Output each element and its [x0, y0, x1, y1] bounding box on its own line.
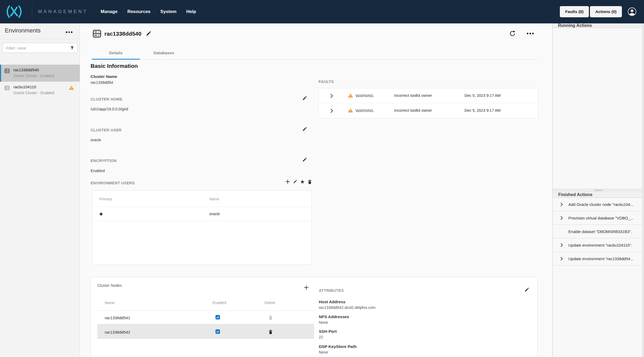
finished-action-row[interactable]: Add Oracle cluster node "ractiu104... — [553, 198, 644, 211]
encryption-value: Enabled — [91, 169, 105, 173]
finished-action-label: Add Oracle cluster node "ractiu104... — [568, 202, 634, 207]
fault-severity: WARNING — [356, 94, 373, 98]
fault-title: Incorrect toolkit owner — [394, 108, 432, 113]
fault-severity: WARNING — [356, 109, 373, 113]
nav-system[interactable]: System — [160, 9, 176, 14]
add-user-icon[interactable] — [285, 179, 290, 184]
edit-cluster-home-icon[interactable] — [302, 96, 307, 101]
environment-list: rac1338dd540 Oracle Cluster - Enabled ra… — [0, 65, 80, 99]
nfs-addresses-value: None — [319, 320, 328, 325]
encryption-label: ENCRYPTION — [91, 159, 117, 163]
environment-title-icon — [93, 30, 101, 38]
nav-manage[interactable]: Manage — [101, 9, 117, 14]
nodes-col-name: Name — [105, 301, 115, 305]
cluster-nodes-card: Cluster Nodes Name Enabled Delete rac133… — [91, 277, 537, 357]
edit-title-icon[interactable] — [146, 31, 151, 36]
ssh-port-label: SSH Port — [319, 329, 337, 334]
actions-panel: Running Actions Finished Actions Add Ora… — [552, 23, 644, 357]
expand-chevron-icon[interactable] — [560, 202, 563, 206]
more-options-icon[interactable] — [527, 33, 534, 34]
nav-help[interactable]: Help — [186, 9, 196, 14]
cluster-home-value: /u01/app/19.0.0.0/grid — [91, 107, 128, 111]
refresh-icon[interactable] — [509, 30, 516, 37]
expand-chevron-icon[interactable] — [330, 94, 333, 98]
environments-sidebar: Environments rac1338dd540 Oracle Cluster… — [0, 23, 80, 357]
nodes-col-enabled: Enabled — [213, 301, 226, 305]
sidebar-menu-icon[interactable] — [66, 31, 72, 33]
running-actions-header: Running Actions — [553, 23, 644, 28]
faults-label: FAULTS — [319, 80, 334, 84]
edit-user-icon[interactable] — [293, 180, 297, 184]
fault-date: Dec 5, 2023 9:17 AM — [464, 108, 500, 113]
node-name: rac1338dd542 — [105, 330, 130, 334]
edit-encryption-icon[interactable] — [302, 157, 307, 162]
fault-row[interactable]: WARNING Incorrect toolkit owner Dec 5, 2… — [319, 88, 538, 103]
fault-row[interactable]: WARNING Incorrect toolkit owner Dec 5, 2… — [319, 103, 538, 118]
attributes-label: ATTRIBUTES — [319, 288, 344, 293]
section-basic-information: Basic Information — [91, 63, 138, 69]
delete-user-icon[interactable] — [308, 180, 312, 184]
panel-resize-handle[interactable] — [553, 188, 644, 192]
delphix-logo-icon[interactable] — [5, 4, 23, 19]
cluster-home-label: CLUSTER HOME — [91, 97, 123, 101]
warning-icon — [69, 86, 74, 90]
finished-action-row[interactable]: Update environment "ractiu104110". — [553, 238, 644, 252]
node-row-rac1338dd541[interactable]: rac1338dd541 — [97, 311, 314, 324]
environment-users-table: Primary Name oracle — [92, 190, 312, 265]
environment-subtitle: Oracle Cluster - Enabled — [13, 91, 80, 95]
filter-input[interactable] — [3, 43, 78, 53]
sidebar-divider — [0, 39, 80, 39]
finished-action-label: Update environment "ractiu104110". — [568, 243, 632, 247]
set-primary-user-icon[interactable] — [300, 180, 305, 184]
host-address-label: Host Address — [319, 300, 345, 304]
cluster-name-value: rac1338dd54 — [91, 80, 113, 85]
tab-details[interactable]: Details — [92, 48, 140, 59]
add-node-icon[interactable] — [304, 285, 309, 290]
node-enabled-checkbox[interactable] — [215, 329, 220, 334]
sidebar-item-ractiu104110[interactable]: ractiu104110 Oracle Cluster - Enabled — [0, 82, 80, 99]
nav-menu: Manage Resources System Help — [101, 9, 196, 14]
sidebar-title: Environments — [5, 27, 41, 34]
expand-chevron-icon[interactable] — [330, 109, 333, 113]
delete-node-icon-disabled — [268, 315, 273, 320]
delete-node-icon[interactable] — [268, 330, 273, 334]
server-icon — [5, 86, 10, 90]
tab-bar: Details Databases — [92, 48, 538, 60]
tab-databases[interactable]: Databases — [140, 48, 188, 59]
user-avatar-icon[interactable] — [627, 7, 637, 16]
nav-divider — [32, 4, 32, 19]
page-title: rac1338dd540 — [104, 31, 141, 37]
expand-chevron-icon[interactable] — [560, 257, 563, 261]
node-row-rac1338dd542[interactable]: rac1338dd542 — [97, 324, 314, 339]
expand-chevron-icon[interactable] — [560, 216, 563, 220]
filter-icon[interactable] — [70, 46, 74, 50]
fault-title: Incorrect toolkit owner — [394, 93, 432, 98]
cluster-user-label: CLUSTER USER — [91, 128, 121, 132]
nav-resources[interactable]: Resources — [127, 9, 150, 14]
dsp-keystore-path-label: DSP KeyStore Path — [319, 344, 357, 349]
panel-scrollbar[interactable] — [642, 23, 644, 357]
expand-chevron-icon[interactable] — [560, 243, 563, 247]
ssh-port-value: 22 — [319, 335, 323, 339]
edit-cluster-user-icon[interactable] — [302, 127, 307, 132]
finished-action-row[interactable]: Enable dataset "DBOMSRB331B3". — [553, 225, 644, 238]
finished-action-row[interactable]: Update environment "rac1338dd54... — [553, 252, 644, 265]
cluster-user-value: oracle — [91, 138, 101, 142]
actions-button[interactable]: Actions (0) — [590, 6, 622, 17]
finished-action-label: Provision virtual database "VDBO_... — [568, 216, 634, 220]
faults-button[interactable]: Faults (8) — [560, 6, 589, 17]
finished-action-row[interactable]: Provision virtual database "VDBO_... — [553, 211, 644, 225]
sidebar-item-rac1338dd540[interactable]: rac1338dd540 Oracle Cluster - Enabled — [0, 65, 80, 82]
node-name: rac1338dd541 — [105, 316, 130, 320]
user-row[interactable]: oracle — [92, 207, 312, 221]
edit-attributes-icon[interactable] — [524, 287, 529, 292]
fault-date: Dec 5, 2023 9:17 AM — [464, 93, 500, 98]
dsp-keystore-path-value: None — [319, 350, 328, 354]
cluster-nodes-label: Cluster Nodes — [97, 283, 122, 288]
filter-text-input[interactable] — [3, 46, 70, 50]
node-enabled-checkbox[interactable] — [215, 315, 220, 319]
running-actions-body — [553, 28, 644, 188]
users-col-name: Name — [209, 197, 219, 201]
warning-icon — [348, 108, 353, 113]
finished-actions-header: Finished Actions — [553, 192, 644, 198]
